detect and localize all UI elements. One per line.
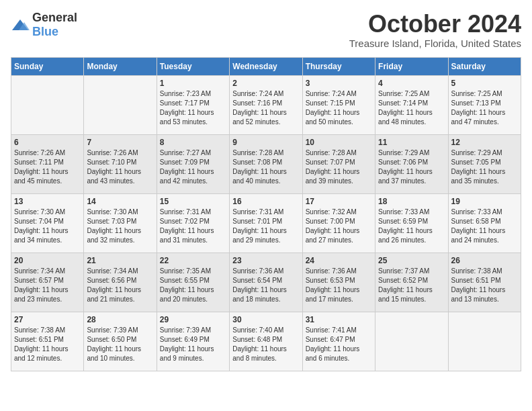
day-number: 28 (87, 315, 153, 324)
day-number: 25 (378, 256, 445, 265)
day-number: 9 (232, 138, 299, 147)
day-info: Sunrise: 7:31 AM Sunset: 7:02 PM Dayligh… (160, 208, 226, 245)
column-header-wednesday: Wednesday (230, 57, 302, 75)
calendar-week-row: 6Sunrise: 7:26 AM Sunset: 7:11 PM Daylig… (11, 134, 521, 193)
calendar-cell (448, 312, 521, 371)
day-number: 4 (378, 79, 445, 88)
day-info: Sunrise: 7:33 AM Sunset: 6:59 PM Dayligh… (378, 208, 445, 245)
calendar-cell: 1Sunrise: 7:23 AM Sunset: 7:17 PM Daylig… (157, 75, 229, 134)
calendar-cell: 19Sunrise: 7:33 AM Sunset: 6:58 PM Dayli… (448, 193, 521, 253)
calendar-week-row: 1Sunrise: 7:23 AM Sunset: 7:17 PM Daylig… (11, 75, 521, 134)
calendar-cell: 26Sunrise: 7:38 AM Sunset: 6:51 PM Dayli… (448, 253, 521, 312)
calendar-cell: 30Sunrise: 7:40 AM Sunset: 6:48 PM Dayli… (230, 312, 302, 371)
day-number: 5 (451, 79, 518, 88)
day-info: Sunrise: 7:38 AM Sunset: 6:51 PM Dayligh… (14, 326, 81, 363)
calendar-cell: 14Sunrise: 7:30 AM Sunset: 7:03 PM Dayli… (84, 193, 157, 253)
calendar-week-row: 13Sunrise: 7:30 AM Sunset: 7:04 PM Dayli… (11, 193, 521, 253)
day-info: Sunrise: 7:31 AM Sunset: 7:01 PM Dayligh… (232, 208, 299, 245)
day-info: Sunrise: 7:28 AM Sunset: 7:07 PM Dayligh… (306, 148, 372, 186)
day-number: 8 (160, 138, 226, 147)
calendar-cell: 11Sunrise: 7:29 AM Sunset: 7:06 PM Dayli… (375, 134, 448, 193)
day-number: 14 (87, 197, 153, 206)
location-subtitle: Treasure Island, Florida, United States (349, 38, 521, 49)
day-info: Sunrise: 7:33 AM Sunset: 6:58 PM Dayligh… (451, 208, 518, 245)
day-info: Sunrise: 7:41 AM Sunset: 6:47 PM Dayligh… (306, 326, 372, 363)
calendar-cell: 12Sunrise: 7:29 AM Sunset: 7:05 PM Dayli… (448, 134, 521, 193)
calendar-cell: 25Sunrise: 7:37 AM Sunset: 6:52 PM Dayli… (375, 253, 448, 312)
calendar-cell: 28Sunrise: 7:39 AM Sunset: 6:50 PM Dayli… (84, 312, 157, 371)
day-info: Sunrise: 7:30 AM Sunset: 7:03 PM Dayligh… (87, 208, 153, 245)
day-info: Sunrise: 7:23 AM Sunset: 7:17 PM Dayligh… (160, 89, 226, 127)
calendar-cell: 27Sunrise: 7:38 AM Sunset: 6:51 PM Dayli… (11, 312, 84, 371)
calendar-cell: 7Sunrise: 7:26 AM Sunset: 7:10 PM Daylig… (84, 134, 157, 193)
day-number: 17 (306, 197, 372, 206)
day-info: Sunrise: 7:35 AM Sunset: 6:55 PM Dayligh… (160, 267, 226, 304)
calendar-cell (375, 312, 448, 371)
day-info: Sunrise: 7:25 AM Sunset: 7:13 PM Dayligh… (451, 89, 518, 127)
day-number: 2 (232, 79, 299, 88)
calendar-header-row: SundayMondayTuesdayWednesdayThursdayFrid… (11, 57, 521, 75)
day-number: 12 (451, 138, 518, 147)
day-info: Sunrise: 7:24 AM Sunset: 7:16 PM Dayligh… (232, 89, 299, 127)
logo-icon (11, 18, 30, 32)
day-info: Sunrise: 7:38 AM Sunset: 6:51 PM Dayligh… (451, 267, 518, 304)
day-number: 3 (306, 79, 372, 88)
logo: General Blue (11, 11, 77, 39)
day-info: Sunrise: 7:30 AM Sunset: 7:04 PM Dayligh… (14, 208, 81, 245)
title-block: October 2024 Treasure Island, Florida, U… (349, 11, 521, 49)
day-number: 23 (232, 256, 299, 265)
day-info: Sunrise: 7:36 AM Sunset: 6:54 PM Dayligh… (232, 267, 299, 304)
column-header-friday: Friday (375, 57, 448, 75)
day-number: 22 (160, 256, 226, 265)
day-number: 13 (14, 197, 81, 206)
calendar-cell: 3Sunrise: 7:24 AM Sunset: 7:15 PM Daylig… (302, 75, 375, 134)
day-number: 1 (160, 79, 226, 88)
day-number: 7 (87, 138, 153, 147)
day-info: Sunrise: 7:25 AM Sunset: 7:14 PM Dayligh… (378, 89, 445, 127)
column-header-thursday: Thursday (302, 57, 375, 75)
day-info: Sunrise: 7:36 AM Sunset: 6:53 PM Dayligh… (306, 267, 372, 304)
day-info: Sunrise: 7:40 AM Sunset: 6:48 PM Dayligh… (232, 326, 299, 363)
day-info: Sunrise: 7:37 AM Sunset: 6:52 PM Dayligh… (378, 267, 445, 304)
day-info: Sunrise: 7:34 AM Sunset: 6:57 PM Dayligh… (14, 267, 81, 304)
day-info: Sunrise: 7:32 AM Sunset: 7:00 PM Dayligh… (306, 208, 372, 245)
day-number: 11 (378, 138, 445, 147)
calendar-cell: 9Sunrise: 7:28 AM Sunset: 7:08 PM Daylig… (230, 134, 302, 193)
day-number: 10 (306, 138, 372, 147)
calendar-cell: 15Sunrise: 7:31 AM Sunset: 7:02 PM Dayli… (157, 193, 229, 253)
calendar-cell: 10Sunrise: 7:28 AM Sunset: 7:07 PM Dayli… (302, 134, 375, 193)
day-info: Sunrise: 7:39 AM Sunset: 6:49 PM Dayligh… (160, 326, 226, 363)
logo-blue-text: Blue (32, 25, 58, 38)
day-info: Sunrise: 7:26 AM Sunset: 7:11 PM Dayligh… (14, 148, 81, 186)
column-header-saturday: Saturday (448, 57, 521, 75)
day-number: 19 (451, 197, 518, 206)
column-header-sunday: Sunday (11, 57, 84, 75)
calendar-cell: 29Sunrise: 7:39 AM Sunset: 6:49 PM Dayli… (157, 312, 229, 371)
calendar-cell: 5Sunrise: 7:25 AM Sunset: 7:13 PM Daylig… (448, 75, 521, 134)
calendar-body: 1Sunrise: 7:23 AM Sunset: 7:17 PM Daylig… (11, 75, 521, 371)
calendar-cell: 16Sunrise: 7:31 AM Sunset: 7:01 PM Dayli… (230, 193, 302, 253)
calendar-cell: 20Sunrise: 7:34 AM Sunset: 6:57 PM Dayli… (11, 253, 84, 312)
calendar-cell: 23Sunrise: 7:36 AM Sunset: 6:54 PM Dayli… (230, 253, 302, 312)
calendar-week-row: 27Sunrise: 7:38 AM Sunset: 6:51 PM Dayli… (11, 312, 521, 371)
calendar-table: SundayMondayTuesdayWednesdayThursdayFrid… (11, 57, 521, 371)
calendar-cell: 2Sunrise: 7:24 AM Sunset: 7:16 PM Daylig… (230, 75, 302, 134)
column-header-tuesday: Tuesday (157, 57, 229, 75)
calendar-cell: 8Sunrise: 7:27 AM Sunset: 7:09 PM Daylig… (157, 134, 229, 193)
day-info: Sunrise: 7:27 AM Sunset: 7:09 PM Dayligh… (160, 148, 226, 186)
calendar-cell: 31Sunrise: 7:41 AM Sunset: 6:47 PM Dayli… (302, 312, 375, 371)
day-number: 20 (14, 256, 81, 265)
calendar-cell (84, 75, 157, 134)
calendar-cell: 17Sunrise: 7:32 AM Sunset: 7:00 PM Dayli… (302, 193, 375, 253)
calendar-cell: 6Sunrise: 7:26 AM Sunset: 7:11 PM Daylig… (11, 134, 84, 193)
day-number: 18 (378, 197, 445, 206)
calendar-week-row: 20Sunrise: 7:34 AM Sunset: 6:57 PM Dayli… (11, 253, 521, 312)
day-number: 21 (87, 256, 153, 265)
day-info: Sunrise: 7:34 AM Sunset: 6:56 PM Dayligh… (87, 267, 153, 304)
day-number: 27 (14, 315, 81, 324)
day-info: Sunrise: 7:39 AM Sunset: 6:50 PM Dayligh… (87, 326, 153, 363)
page-header: General Blue October 2024 Treasure Islan… (11, 11, 521, 49)
month-title: October 2024 (349, 11, 521, 38)
logo-general-text: General (32, 11, 77, 24)
day-info: Sunrise: 7:29 AM Sunset: 7:05 PM Dayligh… (451, 148, 518, 186)
